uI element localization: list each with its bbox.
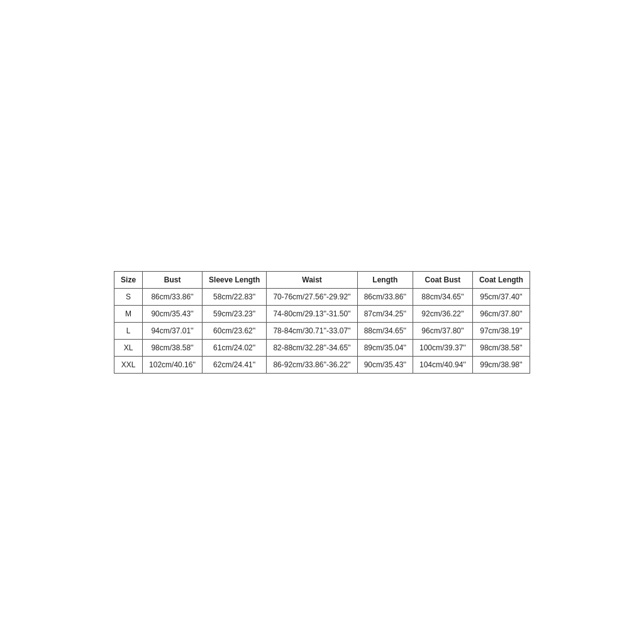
table-row: L94cm/37.01''60cm/23.62''78-84cm/30.71''…	[114, 322, 530, 339]
header-coat-bust: Coat Bust	[413, 271, 472, 288]
cell-coat_length: 99cm/38.98''	[472, 356, 530, 373]
cell-size: S	[114, 288, 143, 305]
cell-coat_length: 95cm/37.40''	[472, 288, 530, 305]
cell-length: 86cm/33.86''	[357, 288, 413, 305]
cell-waist: 70-76cm/27.56''-29.92''	[267, 288, 357, 305]
cell-length: 90cm/35.43''	[357, 356, 413, 373]
header-bust: Bust	[143, 271, 203, 288]
cell-bust: 86cm/33.86''	[143, 288, 203, 305]
cell-waist: 82-88cm/32.28''-34.65''	[267, 339, 357, 356]
cell-size: XXL	[114, 356, 143, 373]
cell-waist: 86-92cm/33.86''-36.22''	[267, 356, 357, 373]
cell-sleeve_length: 60cm/23.62''	[203, 322, 267, 339]
cell-sleeve_length: 61cm/24.02''	[203, 339, 267, 356]
table-header-row: Size Bust Sleeve Length Waist Length Coa…	[114, 271, 530, 288]
cell-coat_bust: 96cm/37.80''	[413, 322, 472, 339]
cell-bust: 94cm/37.01''	[143, 322, 203, 339]
table-row: M90cm/35.43''59cm/23.23''74-80cm/29.13''…	[114, 305, 530, 322]
cell-waist: 78-84cm/30.71''-33.07''	[267, 322, 357, 339]
cell-coat_length: 98cm/38.58''	[472, 339, 530, 356]
size-chart-table: Size Bust Sleeve Length Waist Length Coa…	[114, 271, 530, 374]
header-coat-length: Coat Length	[472, 271, 530, 288]
cell-waist: 74-80cm/29.13''-31.50''	[267, 305, 357, 322]
header-size: Size	[114, 271, 143, 288]
cell-sleeve_length: 59cm/23.23''	[203, 305, 267, 322]
table-row: S86cm/33.86''58cm/22.83''70-76cm/27.56''…	[114, 288, 530, 305]
cell-coat_bust: 92cm/36.22''	[413, 305, 472, 322]
cell-bust: 98cm/38.58''	[143, 339, 203, 356]
table-row: XL98cm/38.58''61cm/24.02''82-88cm/32.28'…	[114, 339, 530, 356]
cell-coat_bust: 100cm/39.37''	[413, 339, 472, 356]
cell-bust: 102cm/40.16''	[143, 356, 203, 373]
header-waist: Waist	[267, 271, 357, 288]
cell-coat_length: 97cm/38.19''	[472, 322, 530, 339]
cell-size: XL	[114, 339, 143, 356]
header-length: Length	[357, 271, 413, 288]
size-chart-container: Size Bust Sleeve Length Waist Length Coa…	[114, 271, 530, 374]
cell-length: 87cm/34.25''	[357, 305, 413, 322]
cell-size: M	[114, 305, 143, 322]
cell-sleeve_length: 62cm/24.41''	[203, 356, 267, 373]
table-row: XXL102cm/40.16''62cm/24.41''86-92cm/33.8…	[114, 356, 530, 373]
cell-coat_length: 96cm/37.80''	[472, 305, 530, 322]
cell-coat_bust: 104cm/40.94''	[413, 356, 472, 373]
cell-coat_bust: 88cm/34.65''	[413, 288, 472, 305]
header-sleeve-length: Sleeve Length	[203, 271, 267, 288]
cell-length: 88cm/34.65''	[357, 322, 413, 339]
cell-size: L	[114, 322, 143, 339]
cell-length: 89cm/35.04''	[357, 339, 413, 356]
cell-sleeve_length: 58cm/22.83''	[203, 288, 267, 305]
cell-bust: 90cm/35.43''	[143, 305, 203, 322]
